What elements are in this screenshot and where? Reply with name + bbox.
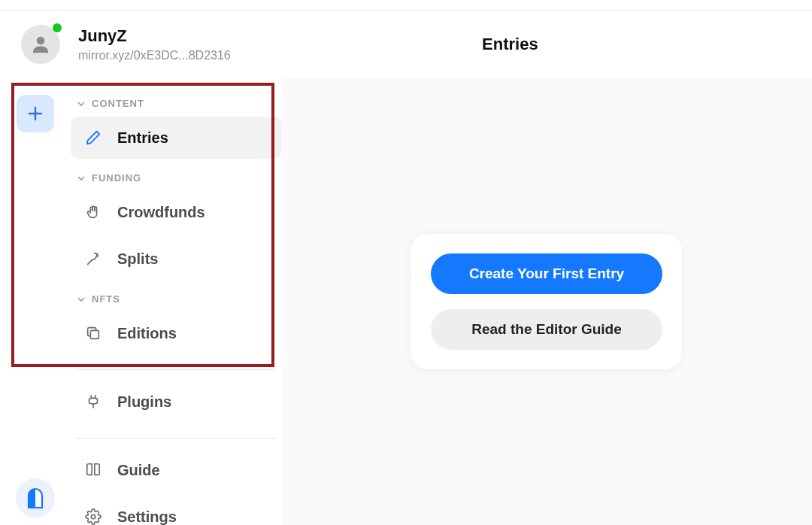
section-nfts[interactable]: NFTS <box>71 284 281 312</box>
sidebar-item-editions[interactable]: Editions <box>71 312 281 354</box>
left-rail <box>0 78 71 525</box>
chevron-down-icon <box>77 99 86 108</box>
svg-point-5 <box>91 514 95 519</box>
sidebar-item-guide[interactable]: Guide <box>71 449 281 491</box>
sidebar-item-label: Splits <box>117 250 158 268</box>
svg-rect-4 <box>89 398 98 403</box>
onboarding-card: Create Your First Entry Read the Editor … <box>411 234 682 369</box>
divider <box>75 369 277 370</box>
status-dot-icon <box>53 23 62 32</box>
chevron-down-icon <box>77 295 86 304</box>
divider <box>75 438 277 439</box>
profile-info: JunyZ mirror.xyz/0xE3DC...8D2316 <box>78 26 231 62</box>
avatar[interactable] <box>21 25 60 64</box>
main-content: Create Your First Entry Read the Editor … <box>281 78 812 525</box>
new-button[interactable] <box>17 95 54 132</box>
sidebar-item-crowdfunds[interactable]: Crowdfunds <box>71 191 281 233</box>
sidebar-item-label: Plugins <box>117 393 171 411</box>
person-icon <box>29 33 52 56</box>
sidebar: CONTENT Entries FUNDING Crowdfunds <box>71 78 281 525</box>
split-icon <box>84 250 102 268</box>
read-editor-guide-button[interactable]: Read the Editor Guide <box>431 309 662 350</box>
sidebar-item-settings[interactable]: Settings <box>71 496 281 525</box>
section-funding[interactable]: FUNDING <box>71 163 281 191</box>
create-first-entry-button[interactable]: Create Your First Entry <box>431 253 662 294</box>
section-label: CONTENT <box>92 98 144 109</box>
plug-icon <box>84 393 102 411</box>
page-title: Entries <box>231 35 812 54</box>
sidebar-item-splits[interactable]: Splits <box>71 238 281 280</box>
svg-point-0 <box>37 37 45 45</box>
copy-icon <box>84 324 102 342</box>
svg-rect-3 <box>90 330 98 338</box>
mirror-logo-icon <box>26 487 44 509</box>
sidebar-item-label: Editions <box>117 325 177 342</box>
sidebar-item-label: Entries <box>117 129 168 147</box>
profile-address: mirror.xyz/0xE3DC...8D2316 <box>78 49 231 62</box>
gear-icon <box>84 508 102 525</box>
chevron-down-icon <box>77 174 86 183</box>
sidebar-item-label: Crowdfunds <box>117 204 205 221</box>
hand-icon <box>84 203 102 221</box>
mirror-logo-button[interactable] <box>16 478 55 517</box>
section-content[interactable]: CONTENT <box>71 89 281 117</box>
section-label: NFTS <box>92 293 120 305</box>
pencil-icon <box>84 129 102 147</box>
profile-name: JunyZ <box>78 26 231 46</box>
section-label: FUNDING <box>92 172 141 184</box>
sidebar-item-label: Settings <box>117 508 177 526</box>
header: JunyZ mirror.xyz/0xE3DC...8D2316 Entries <box>0 11 812 78</box>
top-divider <box>0 0 812 11</box>
sidebar-item-entries[interactable]: Entries <box>71 117 281 159</box>
sidebar-item-plugins[interactable]: Plugins <box>71 381 281 423</box>
plus-icon <box>26 105 44 123</box>
book-icon <box>84 461 102 479</box>
sidebar-item-label: Guide <box>117 462 160 479</box>
